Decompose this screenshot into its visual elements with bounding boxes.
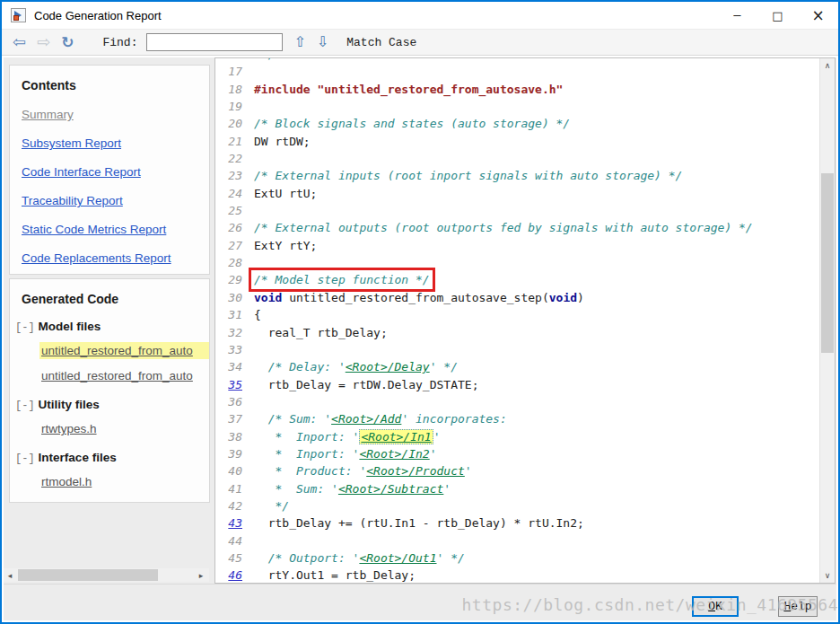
app-icon bbox=[11, 8, 26, 22]
find-input[interactable] bbox=[146, 33, 283, 51]
code-line: 44 bbox=[215, 532, 819, 549]
line-number-link[interactable]: 46 bbox=[215, 567, 242, 583]
generated-file-link[interactable]: untitled_restored_from_auto bbox=[39, 367, 209, 384]
code-line: 19 bbox=[215, 98, 819, 115]
code-span: * Sum: ' bbox=[254, 482, 338, 496]
scroll-up-icon[interactable]: ∧ bbox=[820, 61, 835, 70]
tree-group: [-]Utility files bbox=[15, 396, 209, 412]
horizontal-scroll-thumb[interactable] bbox=[18, 569, 158, 581]
trace-link[interactable]: <Root>/In2 bbox=[359, 447, 429, 461]
forward-icon[interactable]: ⇨ bbox=[37, 34, 50, 50]
trace-link[interactable]: <Root>/Add bbox=[331, 412, 401, 426]
code-line: 40 * Product: '<Root>/Product' bbox=[215, 462, 819, 479]
code-span: * Inport: ' bbox=[254, 447, 359, 461]
code-text: ExtY rtY; bbox=[242, 237, 317, 254]
code-text: * Inport: '<Root>/In1' bbox=[242, 428, 441, 445]
sidebar-link-traceability-report[interactable]: Traceability Report bbox=[22, 194, 209, 207]
sidebar-link-static-code-metrics-report[interactable]: Static Code Metrics Report bbox=[22, 223, 209, 236]
code-line: 27ExtY rtY; bbox=[215, 237, 819, 254]
red-annotation-box: /* Model step function */ bbox=[254, 273, 430, 286]
code-text: * Inport: '<Root>/In2' bbox=[242, 445, 437, 462]
code-text: */ bbox=[242, 497, 289, 514]
code-line: 20/* Block signals and states (auto stor… bbox=[215, 115, 819, 132]
line-number: 37 bbox=[215, 410, 242, 427]
code-span: void bbox=[549, 291, 577, 304]
help-button[interactable]: Help bbox=[778, 596, 818, 617]
sidebar-horizontal-scrollbar[interactable]: ◂ ▸ bbox=[4, 568, 209, 582]
code-line: 46 rtY.Out1 = rtb_Delay; bbox=[215, 567, 819, 583]
find-next-icon[interactable]: ⇩ bbox=[317, 35, 328, 49]
contents-links: SummarySubsystem ReportCode Interface Re… bbox=[10, 108, 209, 265]
line-number: 30 bbox=[215, 289, 242, 306]
collapse-toggle-icon[interactable]: [-] bbox=[15, 321, 35, 334]
code-text: { bbox=[242, 306, 261, 323]
code-text: /* Model step function */ bbox=[242, 271, 430, 288]
collapse-toggle-icon[interactable]: [-] bbox=[15, 453, 35, 465]
code-text: /* Block signals and states (auto storag… bbox=[242, 115, 570, 132]
line-number-link[interactable]: 43 bbox=[215, 514, 242, 532]
line-number: 31 bbox=[215, 306, 242, 323]
find-label: Find: bbox=[102, 36, 137, 49]
scroll-left-icon[interactable]: ◂ bbox=[4, 571, 16, 580]
contents-panel: Contents SummarySubsystem ReportCode Int… bbox=[9, 65, 210, 275]
tree-group-label: Model files bbox=[39, 320, 101, 333]
trace-link[interactable]: <Root>/Out1 bbox=[359, 551, 436, 565]
find-previous-icon[interactable]: ⇧ bbox=[293, 35, 305, 49]
sidebar-link-summary[interactable]: Summary bbox=[22, 108, 209, 121]
code-text: * Product: '<Root>/Product' bbox=[242, 462, 472, 479]
generated-file-link[interactable]: rtmodel.h bbox=[39, 473, 209, 490]
code-span: ExtU rtU; bbox=[254, 187, 317, 200]
code-line: 33 bbox=[215, 341, 819, 358]
line-number: 29 bbox=[215, 271, 242, 288]
code-text bbox=[242, 202, 254, 219]
match-case-toggle[interactable]: Match Case bbox=[346, 36, 416, 49]
maximize-button[interactable]: □ bbox=[757, 2, 798, 29]
scroll-down-icon[interactable]: ∨ bbox=[820, 571, 835, 580]
trace-link-highlighted[interactable]: <Root>/In1 bbox=[359, 429, 433, 444]
code-line: 42 */ bbox=[215, 497, 819, 514]
code-span: real_T rtb_Delay; bbox=[254, 326, 388, 339]
sidebar: Contents SummarySubsystem ReportCode Int… bbox=[4, 57, 214, 584]
code-line: 35 rtb_Delay = rtDW.Delay_DSTATE; bbox=[215, 376, 819, 393]
vertical-scroll-thumb[interactable] bbox=[821, 173, 834, 353]
line-number: 32 bbox=[215, 324, 242, 341]
trace-link[interactable]: <Root>/Delay bbox=[346, 360, 430, 374]
back-icon[interactable]: ⇦ bbox=[13, 34, 26, 50]
code-text: real_T rtb_Delay; bbox=[242, 324, 388, 341]
code-text bbox=[242, 532, 254, 549]
code-span: /* External outputs (root outports fed b… bbox=[254, 221, 753, 234]
code-span: ' incorporates: bbox=[401, 412, 506, 426]
line-number-link[interactable]: 35 bbox=[215, 376, 242, 393]
line-number: 26 bbox=[215, 219, 242, 236]
code-text bbox=[242, 341, 254, 358]
code-line: 22 bbox=[215, 150, 819, 167]
sidebar-link-code-replacements-report[interactable]: Code Replacements Report bbox=[22, 251, 209, 265]
ok-button[interactable]: OK bbox=[692, 596, 739, 617]
tree-group-label: Utility files bbox=[39, 398, 100, 411]
generated-file-link[interactable]: untitled_restored_from_auto bbox=[39, 342, 209, 359]
collapse-toggle-icon[interactable]: [-] bbox=[15, 400, 35, 412]
scroll-right-icon[interactable]: ▸ bbox=[195, 571, 207, 580]
line-number: 41 bbox=[215, 480, 242, 497]
trace-link[interactable]: <Root>/Product bbox=[366, 464, 465, 478]
code-span: ExtY rtY; bbox=[254, 239, 317, 252]
trace-link[interactable]: <Root>/Subtract bbox=[338, 482, 443, 496]
minimize-button[interactable]: ─ bbox=[717, 2, 757, 29]
close-button[interactable]: × bbox=[798, 2, 838, 29]
code-text: DW rtDW; bbox=[242, 133, 311, 150]
main-area: Contents SummarySubsystem ReportCode Int… bbox=[4, 57, 836, 584]
sidebar-link-subsystem-report[interactable]: Subsystem Report bbox=[22, 136, 209, 150]
code-line: 21DW rtDW; bbox=[215, 133, 819, 150]
code-text: rtb_Delay += (rtU.In1 - rtb_Delay) * rtU… bbox=[242, 514, 584, 532]
code-line: 18#include "untitled_restored_from_autos… bbox=[215, 81, 819, 98]
code-line: 24ExtU rtU; bbox=[215, 185, 819, 202]
line-number: 33 bbox=[215, 341, 242, 358]
code-vertical-scrollbar[interactable]: ∧ ∨ bbox=[819, 58, 835, 583]
line-number: 17 bbox=[215, 63, 242, 80]
generated-file-link[interactable]: rtwtypes.h bbox=[39, 420, 209, 437]
code-line: 23/* External inputs (root inport signal… bbox=[215, 167, 819, 184]
tree-group: [-]Model files bbox=[15, 318, 209, 334]
code-span: */ bbox=[254, 499, 289, 513]
refresh-icon[interactable]: ↻ bbox=[61, 35, 74, 50]
sidebar-link-code-interface-report[interactable]: Code Interface Report bbox=[22, 165, 209, 179]
